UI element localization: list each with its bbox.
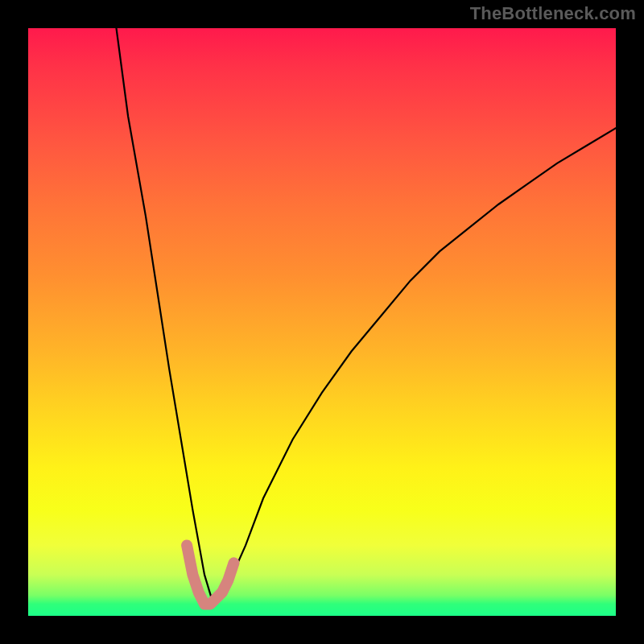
chart-svg <box>28 28 616 616</box>
bottleneck-curve-line <box>117 28 617 604</box>
watermark-text: TheBottleneck.com <box>470 3 636 24</box>
chart-plot-area <box>28 28 616 616</box>
